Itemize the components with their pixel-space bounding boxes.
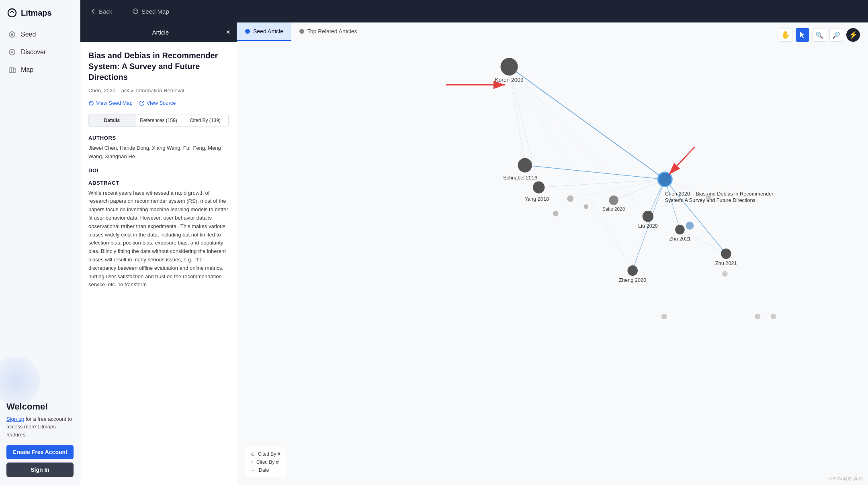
svg-rect-6 [13, 68, 15, 73]
top-related-tab-label: Top Related Articles [307, 28, 357, 35]
logo-icon [6, 7, 18, 18]
node-gray6 [661, 314, 667, 319]
back-label: Back [99, 8, 112, 15]
svg-point-7 [133, 9, 138, 14]
node-liu2020[interactable] [643, 211, 653, 222]
signup-link[interactable]: Sign up [6, 416, 24, 422]
cursor-icon [799, 31, 806, 39]
logo-area: Litmaps [0, 0, 80, 26]
article-tabs: Details References (159) Cited By (139) [88, 114, 229, 127]
map-tabs: Seed Article Top Related Articles [237, 22, 365, 41]
lightning-button[interactable]: ⚡ [846, 28, 860, 42]
label-saito2020: Saito 2020 [602, 206, 625, 212]
sidebar-item-label-discover: Discover [21, 49, 46, 56]
watermark: CSDN @东.风.日 [829, 476, 863, 482]
topbar: Back Seed Map [80, 0, 868, 22]
map-tab-seed-article[interactable]: Seed Article [237, 22, 291, 41]
label-chen2020: Chen 2020 – Bias and Debias in Recommend… [665, 191, 774, 197]
svg-point-2 [11, 33, 13, 36]
signin-button[interactable]: Sign In [6, 463, 74, 477]
legend-date-label: Date [259, 467, 269, 473]
legend-item-cited-by-arrow: ↕ Cited By # [251, 459, 280, 465]
create-account-button[interactable]: Create Free Account [6, 445, 74, 459]
node-saito2020[interactable] [609, 196, 618, 205]
node-gray8 [771, 314, 776, 319]
node-zhu2021a[interactable] [675, 225, 685, 234]
zoom-out-button[interactable]: 🔍 [829, 28, 843, 42]
legend-item-cited-by-circle: ⊙ Cited By # [251, 451, 280, 457]
map-legend: ⊙ Cited By # ↕ Cited By # ↔ Date [245, 447, 286, 477]
svg-line-22 [614, 179, 665, 200]
legend-cited-by-arrow-label: Cited By # [256, 459, 278, 465]
view-seed-map-link[interactable]: View Seed Map [88, 100, 133, 106]
sidebar: Litmaps Seed Discover Map Welcome! Sign … [0, 0, 80, 485]
select-tool-button[interactable] [796, 28, 809, 42]
node-yang2018[interactable] [533, 181, 545, 194]
back-icon [90, 8, 96, 14]
svg-point-8 [89, 101, 93, 105]
node-schnabel2016[interactable] [518, 158, 532, 173]
top-related-dot [299, 29, 304, 34]
sidebar-item-map[interactable]: Map [0, 61, 80, 79]
legend-circle-icon: ⊙ [251, 451, 255, 457]
legend-arrow-icon: ↕ [251, 459, 253, 465]
map-tab-top-related[interactable]: Top Related Articles [291, 22, 365, 41]
seedmap-small-icon [88, 100, 94, 106]
external-link-icon [139, 100, 145, 106]
sidebar-bottom: Welcome! Sign up for a free account to a… [0, 393, 80, 485]
pan-tool-button[interactable]: ✋ [779, 28, 792, 42]
signup-text: Sign up for a free account to access mor… [6, 415, 74, 439]
article-panel-header: Article × [80, 22, 237, 42]
node-gray3 [553, 211, 559, 216]
sidebar-item-label-seed: Seed [21, 31, 36, 38]
label-zheng2020: Zheng 2020 [619, 277, 646, 283]
abstract-heading: ABSTRACT [88, 180, 229, 186]
red-arrow-2 [669, 147, 694, 175]
tab-cited-by[interactable]: Cited By (139) [182, 114, 228, 126]
close-button[interactable]: × [226, 28, 230, 37]
discover-icon [8, 48, 16, 56]
label-koren2009: Koren 2009 [495, 77, 524, 83]
seedmap-icon [132, 8, 139, 15]
tab-details[interactable]: Details [89, 114, 135, 126]
map-area: Seed Article Top Related Articles ✋ 🔍 🔍 … [237, 22, 868, 485]
abstract-content: While recent years have witnessed a rapi… [88, 189, 229, 289]
article-panel-title: Article [95, 29, 226, 36]
authors-content: Jiawei Chen, Hande Dong, Xiang Wang, Ful… [88, 144, 229, 161]
label-zhu2021b: Zhu 2021 [715, 260, 737, 266]
svg-line-17 [665, 179, 680, 230]
article-meta: Chen, 2020 – arXiv: Information Retrieva… [88, 88, 229, 94]
article-actions: View Seed Map View Source [88, 100, 229, 106]
svg-line-15 [525, 165, 665, 179]
legend-cited-by-circle-label: Cited By # [258, 451, 280, 457]
content-row: Article × Bias and Debias in Recommender… [80, 22, 868, 485]
view-source-link[interactable]: View Source [139, 100, 176, 106]
seed-article-tab-label: Seed Article [253, 28, 283, 35]
node-gray7 [755, 314, 760, 319]
seedmap-button[interactable]: Seed Map [122, 0, 178, 22]
node-koren2009[interactable] [500, 58, 518, 75]
tab-references[interactable]: References (159) [135, 114, 182, 126]
zoom-in-button[interactable]: 🔍 [813, 28, 826, 42]
label-zhu2021a: Zhu 2021 [669, 236, 691, 242]
welcome-title: Welcome! [6, 401, 74, 412]
svg-point-0 [8, 9, 16, 17]
node-zheng2020[interactable] [627, 265, 638, 276]
authors-heading: AUTHORS [88, 135, 229, 141]
node-gray2 [584, 204, 589, 209]
sidebar-item-discover[interactable]: Discover [0, 43, 80, 61]
seed-icon [8, 31, 16, 39]
label-yang2018: Yang 2018 [524, 196, 549, 202]
node-gray1 [567, 196, 573, 202]
map-icon [8, 66, 16, 74]
node-zhu2021b[interactable] [721, 249, 731, 259]
node-gray5 [722, 271, 728, 277]
label-liu2020: Liu 2020 [638, 223, 658, 229]
article-panel: Article × Bias and Debias in Recommender… [80, 22, 237, 485]
back-button[interactable]: Back [80, 0, 122, 22]
node-zhu2021-badge [686, 222, 694, 230]
article-title: Bias and Debias in Recommender System: A… [88, 50, 229, 83]
article-body: Bias and Debias in Recommender System: A… [80, 42, 237, 485]
sidebar-item-seed[interactable]: Seed [0, 26, 80, 43]
svg-line-12 [509, 67, 648, 216]
